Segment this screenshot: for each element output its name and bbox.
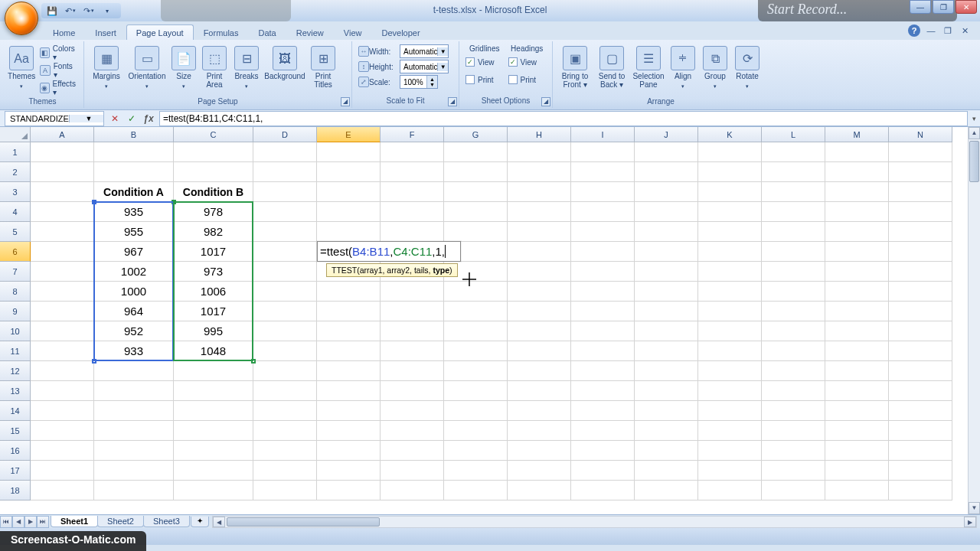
cell-M12[interactable]: [825, 361, 889, 381]
cell-B6[interactable]: 967: [94, 242, 174, 262]
cell-B10[interactable]: 952: [94, 321, 174, 341]
cell-I7[interactable]: [571, 262, 635, 282]
cell-G1[interactable]: [444, 142, 508, 162]
column-header-G[interactable]: G: [444, 127, 508, 142]
cell-K12[interactable]: [698, 361, 762, 381]
cell-L3[interactable]: [762, 182, 825, 202]
cell-G12[interactable]: [444, 361, 508, 381]
cell-B7[interactable]: 1002: [94, 262, 174, 282]
cell-E11[interactable]: [317, 341, 381, 361]
scroll-up-button[interactable]: ▲: [969, 127, 980, 139]
align-button[interactable]: ⫩Align▾: [668, 43, 698, 96]
cell-J14[interactable]: [635, 401, 698, 421]
cell-D12[interactable]: [253, 361, 317, 381]
cell-L2[interactable]: [762, 162, 825, 182]
row-header-14[interactable]: 14: [0, 401, 31, 421]
cell-E10[interactable]: [317, 321, 381, 341]
cell-C18[interactable]: [174, 481, 253, 500]
cell-N3[interactable]: [889, 182, 952, 202]
cell-J15[interactable]: [635, 421, 698, 441]
row-header-10[interactable]: 10: [0, 321, 31, 341]
row-header-3[interactable]: 3: [0, 182, 31, 202]
column-header-N[interactable]: N: [889, 127, 952, 142]
cell-D7[interactable]: [253, 262, 317, 282]
breaks-button[interactable]: ⊟Breaks▾: [231, 43, 262, 96]
qat-undo-icon[interactable]: ↶▾: [63, 4, 78, 18]
selection-pane-button[interactable]: ☰Selection Pane: [631, 43, 666, 96]
print-titles-button[interactable]: ⊞Print Titles: [308, 43, 338, 96]
cell-D13[interactable]: [253, 381, 317, 401]
cell-C15[interactable]: [174, 421, 253, 441]
cell-N17[interactable]: [889, 461, 952, 481]
cell-I17[interactable]: [571, 461, 635, 481]
cell-F1[interactable]: [381, 142, 444, 162]
cell-G17[interactable]: [444, 461, 508, 481]
cell-G16[interactable]: [444, 441, 508, 461]
tab-review[interactable]: Review: [286, 24, 334, 40]
cell-C10[interactable]: 995: [174, 321, 253, 341]
cell-K13[interactable]: [698, 381, 762, 401]
cell-D5[interactable]: [253, 222, 317, 242]
cell-F14[interactable]: [381, 401, 444, 421]
cell-G5[interactable]: [444, 222, 508, 242]
column-header-B[interactable]: B: [94, 127, 174, 142]
workbook-close-button[interactable]: ✕: [959, 24, 971, 37]
gridlines-view-checkbox[interactable]: View: [464, 54, 505, 70]
cell-A10[interactable]: [31, 321, 94, 341]
cell-N6[interactable]: [889, 242, 952, 262]
cell-J17[interactable]: [635, 461, 698, 481]
sheet-tab-1[interactable]: Sheet1: [51, 516, 98, 527]
cell-L18[interactable]: [762, 481, 825, 500]
cell-M10[interactable]: [825, 321, 889, 341]
help-icon[interactable]: ?: [908, 24, 920, 37]
cell-B3[interactable]: Condition A: [94, 182, 174, 202]
cell-C7[interactable]: 973: [174, 262, 253, 282]
insert-function-button[interactable]: ƒx: [141, 112, 156, 126]
cell-C16[interactable]: [174, 441, 253, 461]
cell-G8[interactable]: [444, 282, 508, 302]
tab-view[interactable]: View: [334, 24, 372, 40]
scroll-right-button[interactable]: ▶: [964, 517, 976, 527]
cell-M9[interactable]: [825, 302, 889, 321]
cell-N9[interactable]: [889, 302, 952, 321]
cell-H4[interactable]: [508, 202, 571, 222]
themes-button[interactable]: Aa Themes ▾: [6, 43, 37, 96]
cell-J2[interactable]: [635, 162, 698, 182]
cell-K14[interactable]: [698, 401, 762, 421]
column-header-C[interactable]: C: [174, 127, 253, 142]
cell-K18[interactable]: [698, 481, 762, 500]
cell-M2[interactable]: [825, 162, 889, 182]
cell-I4[interactable]: [571, 202, 635, 222]
ribbon-minimize-button[interactable]: —: [925, 24, 937, 37]
new-sheet-button[interactable]: ✦: [191, 517, 209, 527]
cell-F8[interactable]: [381, 282, 444, 302]
cell-I9[interactable]: [571, 302, 635, 321]
cell-B4[interactable]: 935: [94, 202, 174, 222]
margins-button[interactable]: ▦Margins▾: [89, 43, 124, 96]
column-header-H[interactable]: H: [508, 127, 571, 142]
send-to-back-button[interactable]: ▢Send to Back ▾: [594, 43, 629, 96]
cell-C1[interactable]: [174, 142, 253, 162]
cell-M7[interactable]: [825, 262, 889, 282]
cell-E15[interactable]: [317, 421, 381, 441]
cell-E14[interactable]: [317, 401, 381, 421]
cell-B5[interactable]: 955: [94, 222, 174, 242]
worksheet-grid[interactable]: ABCDEFGHIJKLMN 1234567891011121314151617…: [0, 127, 980, 514]
column-header-A[interactable]: A: [31, 127, 94, 142]
cell-K9[interactable]: [698, 302, 762, 321]
cell-H6[interactable]: [508, 242, 571, 262]
bring-to-front-button[interactable]: ▣Bring to Front ▾: [557, 43, 593, 96]
cell-C11[interactable]: 1048: [174, 341, 253, 361]
cell-N7[interactable]: [889, 262, 952, 282]
cell-G11[interactable]: [444, 341, 508, 361]
cell-D16[interactable]: [253, 441, 317, 461]
column-header-L[interactable]: L: [762, 127, 825, 142]
cell-J9[interactable]: [635, 302, 698, 321]
cell-M18[interactable]: [825, 481, 889, 500]
cell-I15[interactable]: [571, 421, 635, 441]
cell-N5[interactable]: [889, 222, 952, 242]
cell-D15[interactable]: [253, 421, 317, 441]
column-header-M[interactable]: M: [825, 127, 889, 142]
cell-L1[interactable]: [762, 142, 825, 162]
cell-G9[interactable]: [444, 302, 508, 321]
